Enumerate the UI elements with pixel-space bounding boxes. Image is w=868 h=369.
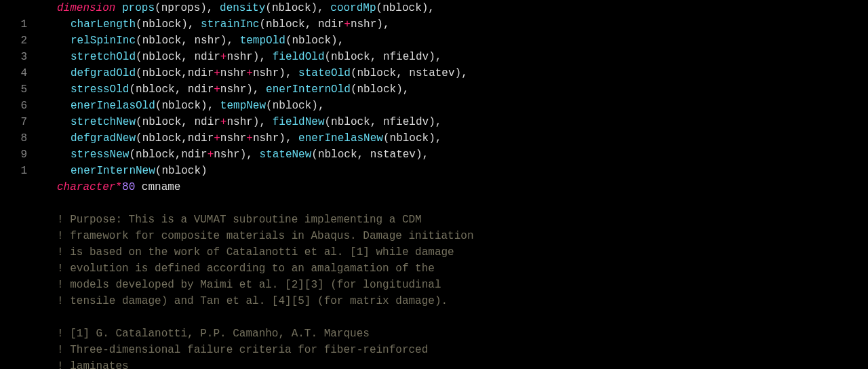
token: nblock bbox=[142, 18, 182, 31]
token: ( bbox=[136, 51, 142, 63]
code-line[interactable]: defgradOld(nblock,ndir+nshr+nshr), state… bbox=[57, 65, 868, 81]
code-line[interactable]: ! evolution is defined according to an a… bbox=[57, 260, 868, 277]
code-line[interactable]: dimension props(nprops), density(nblock)… bbox=[57, 0, 868, 16]
code-line[interactable]: defgradNew(nblock,ndir+nshr+nshr), enerI… bbox=[57, 130, 868, 147]
token: nblock bbox=[292, 35, 331, 47]
token: ( bbox=[155, 165, 162, 177]
token: nblock, nstatev bbox=[318, 149, 416, 161]
token: + bbox=[214, 67, 220, 79]
token: tempNew bbox=[220, 100, 266, 112]
token: nshr bbox=[351, 18, 376, 31]
line-number bbox=[0, 228, 27, 244]
token: nblock bbox=[382, 2, 422, 14]
token: ), bbox=[429, 116, 441, 128]
code-line[interactable]: stressNew(nblock,ndir+nshr), stateNew(nb… bbox=[57, 147, 868, 163]
code-line[interactable]: ! framework for composite materials in A… bbox=[57, 228, 868, 244]
token: relSpinInc bbox=[71, 35, 136, 47]
code-line[interactable] bbox=[57, 195, 868, 212]
token: ( bbox=[351, 67, 357, 79]
line-number bbox=[0, 179, 27, 195]
token: ), bbox=[311, 100, 324, 112]
token: + bbox=[214, 132, 220, 144]
code-line[interactable]: character*80 cmname bbox=[57, 179, 868, 195]
code-line[interactable]: ! tensile damage) and Tan et al. [4][5] … bbox=[57, 293, 868, 309]
token: nblock, nstatev bbox=[357, 67, 455, 79]
token: nshr bbox=[220, 83, 246, 96]
token: character bbox=[57, 181, 115, 193]
line-number bbox=[0, 0, 27, 16]
code-line[interactable]: enerInelasOld(nblock), tempNew(nblock), bbox=[57, 98, 868, 114]
line-number: 6 bbox=[0, 98, 27, 114]
line-number-gutter: 1234567891 bbox=[0, 0, 41, 369]
token: nshr bbox=[253, 67, 279, 79]
token: ! tensile damage) and Tan et al. [4][5] … bbox=[57, 295, 448, 307]
token: ( bbox=[155, 2, 161, 14]
line-number bbox=[0, 260, 27, 277]
token: nblock bbox=[161, 100, 201, 112]
code-line[interactable]: enerInternNew(nblock) bbox=[57, 163, 868, 179]
token: ( bbox=[136, 35, 142, 47]
token: ! is based on the work of Catalanotti et… bbox=[57, 246, 454, 258]
token: ), bbox=[253, 116, 273, 128]
line-number: 3 bbox=[0, 49, 27, 65]
token: cmname bbox=[135, 181, 180, 193]
code-line[interactable] bbox=[57, 309, 868, 326]
token: + bbox=[220, 51, 227, 63]
token: ( bbox=[351, 83, 357, 96]
line-number: 1 bbox=[0, 163, 27, 179]
token: ( bbox=[259, 18, 266, 31]
token: ( bbox=[136, 67, 142, 79]
code-line[interactable]: relSpinInc(nblock, nshr), tempOld(nblock… bbox=[57, 33, 868, 49]
token: ! Purpose: This is a VUMAT subroutine im… bbox=[57, 214, 422, 226]
code-area[interactable]: dimension props(nprops), density(nblock)… bbox=[41, 0, 868, 369]
token: ! models developed by Maimi et al. [2][3… bbox=[57, 279, 441, 291]
code-line[interactable]: stretchNew(nblock, ndir+nshr), fieldNew(… bbox=[57, 114, 868, 130]
token: nblock, ndir bbox=[142, 116, 220, 128]
token: nblock bbox=[273, 100, 312, 112]
token: coordMp bbox=[330, 2, 376, 14]
token: nblock, ndir bbox=[136, 83, 214, 96]
line-number: 1 bbox=[0, 16, 27, 33]
token: fieldNew bbox=[273, 116, 325, 128]
token: nblock, nfieldv bbox=[331, 116, 429, 128]
token: ), bbox=[279, 132, 298, 144]
code-editor[interactable]: 1234567891 dimension props(nprops), dens… bbox=[0, 0, 868, 369]
token: ( bbox=[129, 83, 136, 96]
token: nprops bbox=[161, 2, 201, 14]
token: ( bbox=[136, 18, 142, 31]
line-number bbox=[0, 244, 27, 260]
token: props bbox=[122, 2, 155, 14]
code-line[interactable]: ! models developed by Maimi et al. [2][3… bbox=[57, 277, 868, 293]
code-line[interactable]: ! [1] G. Catalanotti, P.P. Camanho, A.T.… bbox=[57, 326, 868, 342]
token: + bbox=[214, 83, 220, 96]
token: + bbox=[246, 132, 253, 144]
token: nshr bbox=[220, 132, 246, 144]
token: ), bbox=[200, 2, 220, 14]
token: ), bbox=[422, 2, 435, 14]
token: ), bbox=[279, 67, 298, 79]
token: nshr bbox=[253, 132, 279, 144]
line-number bbox=[0, 212, 27, 228]
token: ), bbox=[181, 18, 201, 31]
line-number bbox=[0, 195, 27, 212]
line-number: 8 bbox=[0, 130, 27, 147]
token: stateNew bbox=[259, 149, 311, 161]
token: nblock,ndir bbox=[142, 67, 214, 79]
token: enerInelasOld bbox=[71, 100, 155, 112]
code-line[interactable]: ! is based on the work of Catalanotti et… bbox=[57, 244, 868, 260]
code-line[interactable]: charLength(nblock), strainInc(nblock, nd… bbox=[57, 16, 868, 33]
token: nshr bbox=[226, 116, 252, 128]
code-line[interactable]: stretchOld(nblock, ndir+nshr), fieldOld(… bbox=[57, 49, 868, 65]
line-number bbox=[0, 358, 27, 369]
token: ), bbox=[429, 51, 441, 63]
token: ), bbox=[455, 67, 468, 79]
code-line[interactable]: stressOld(nblock, ndir+nshr), enerIntern… bbox=[57, 81, 868, 98]
token: * bbox=[115, 181, 122, 193]
code-line[interactable]: ! Purpose: This is a VUMAT subroutine im… bbox=[57, 212, 868, 228]
token: ! Three-dimensional failure criteria for… bbox=[57, 344, 428, 356]
token: ( bbox=[311, 149, 318, 161]
code-line[interactable]: ! laminates bbox=[57, 358, 868, 369]
line-number bbox=[0, 309, 27, 326]
token: nblock,ndir bbox=[142, 132, 214, 144]
code-line[interactable]: ! Three-dimensional failure criteria for… bbox=[57, 342, 868, 358]
